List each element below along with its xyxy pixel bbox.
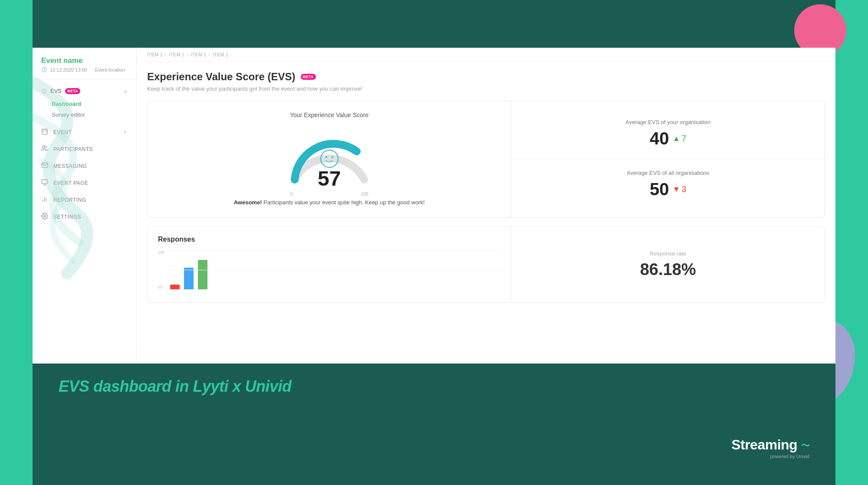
avg-all-change-num: 3	[681, 184, 686, 194]
event-label: EVENT	[53, 129, 72, 135]
gauge-label-min: 0	[290, 192, 293, 197]
arrow-down-icon: ▼	[672, 185, 680, 194]
page-title: Experience Value Score (EVS)	[147, 71, 296, 83]
arrow-up-icon: ▲	[672, 134, 680, 143]
messaging-label: MESSAGING	[53, 163, 87, 169]
breadcrumb-sep-1: /	[165, 52, 166, 57]
breadcrumb-item-2[interactable]: ITEM 1	[169, 52, 184, 57]
breadcrumb-item-4[interactable]: ITEM 1	[213, 52, 228, 57]
streaming-text: Streaming 〜	[731, 437, 809, 453]
settings-label: SETTINGS	[53, 214, 81, 220]
sidebar-header: Event name 🕐 12.12.2020 13:00 Event loca…	[33, 48, 136, 80]
score-message-bold: Awesome!	[234, 199, 262, 206]
sidebar-item-survey-editor[interactable]: Survey editor	[52, 109, 136, 120]
avg-all-change-down: ▼ 3	[672, 184, 686, 194]
event-icon	[41, 128, 48, 136]
gauge-title: Your Experience Value Score	[290, 111, 368, 118]
avg-all-value-row: 50 ▼ 3	[525, 180, 811, 199]
breadcrumb-item-3[interactable]: ITEM 1	[191, 52, 206, 57]
score-section: Your Experience Value Score	[147, 101, 825, 218]
bar-blue	[184, 268, 194, 289]
sidebar-item-reporting[interactable]: REPORTING	[33, 191, 136, 208]
settings-icon	[41, 213, 48, 221]
sidebar-item-settings[interactable]: SETTINGS	[33, 208, 136, 225]
reporting-label: REPORTING	[53, 197, 86, 203]
event-name: Event name	[41, 56, 128, 65]
rate-value: 86.18%	[640, 260, 696, 279]
event-page-label: EVENT PAGE	[53, 180, 89, 186]
avg-all-title: Average EVS of all organisations	[525, 170, 811, 176]
calendar-icon: 🕐	[41, 67, 47, 72]
evs-chevron-icon: ▲	[123, 88, 128, 93]
breadcrumb-item-1[interactable]: ITEM 1	[147, 52, 162, 57]
title-beta-badge: BETA	[301, 74, 316, 80]
rate-label: Response rate	[650, 250, 687, 257]
bar-chart-wrapper: 100 50	[158, 250, 500, 294]
messaging-icon	[41, 162, 48, 170]
event-location: Event location	[95, 67, 125, 72]
streaming-wave-icon: 〜	[801, 441, 810, 450]
breadcrumb-sep-3: /	[209, 52, 210, 57]
event-chevron-icon: ▼	[123, 130, 128, 134]
page-subtitle: Keep track of the value your participant…	[147, 85, 825, 92]
y-label-mid: 50	[158, 285, 164, 289]
evs-icon: ⊙	[41, 87, 47, 95]
event-date: 12.12.2020 13:00	[50, 67, 87, 72]
sidebar-item-evs[interactable]: ⊙ EVS BETA ▲	[33, 83, 136, 98]
score-comparisons: Average EVS of your organisation 40 ▲ 7 …	[511, 101, 825, 217]
sidebar-item-dashboard[interactable]: Dashboard	[52, 98, 136, 109]
avg-org-number: 40	[650, 129, 669, 148]
event-page-icon	[41, 179, 48, 187]
svg-rect-0	[42, 129, 47, 134]
dashboard-content: Experience Value Score (EVS) BETA Keep t…	[137, 62, 835, 364]
avg-all-comparison: Average EVS of all organisations 50 ▼ 3	[525, 170, 811, 199]
gauge-container: 57 0 100	[286, 125, 373, 195]
y-label-top: 100	[158, 250, 164, 255]
chart-title: Responses	[158, 236, 500, 243]
avg-org-value-row: 40 ▲ 7	[525, 129, 811, 148]
responses-section: Responses 100 50	[147, 226, 825, 303]
sidebar-item-event-page[interactable]: EVENT PAGE	[33, 174, 136, 191]
avg-all-number: 50	[650, 180, 669, 199]
score-message: Awesome! Participants value your event q…	[234, 198, 425, 207]
bar-red	[170, 285, 180, 289]
svg-point-13	[326, 156, 327, 158]
avg-org-change-up: ▲ 7	[672, 134, 686, 144]
chart-area: Responses 100 50	[148, 227, 511, 302]
app-window: Event name 🕐 12.12.2020 13:00 Event loca…	[33, 48, 835, 364]
rate-area: Response rate 86.18%	[511, 227, 825, 302]
sidebar-item-event[interactable]: EVENT ▼	[33, 124, 136, 141]
powered-by: powered by Univid	[770, 454, 810, 459]
evs-label: EVS	[50, 88, 62, 94]
bottom-title: EVS dashboard in Lyyti x Univid	[59, 377, 292, 396]
breadcrumb-sep-2: /	[187, 52, 188, 57]
gauge-score-value: 57	[318, 167, 341, 190]
event-meta: 🕐 12.12.2020 13:00 Event location	[41, 67, 128, 72]
top-bar	[33, 0, 835, 48]
svg-point-11	[44, 215, 46, 217]
avg-org-change-num: 7	[681, 134, 686, 144]
breadcrumb: ITEM 1 / ITEM 1 / ITEM 1 / ITEM 1	[137, 48, 835, 62]
avg-org-comparison: Average EVS of your organisation 40 ▲ 7	[525, 119, 811, 148]
bottom-bar: EVS dashboard in Lyyti x Univid Streamin…	[33, 364, 835, 485]
avg-org-title: Average EVS of your organisation	[525, 119, 811, 125]
svg-point-14	[332, 156, 333, 158]
main-content: ITEM 1 / ITEM 1 / ITEM 1 / ITEM 1 Experi…	[137, 48, 835, 364]
page-title-row: Experience Value Score (EVS) BETA	[147, 71, 825, 83]
reporting-icon	[41, 196, 48, 204]
gauge-label-max: 100	[361, 192, 368, 197]
score-message-text: Participants value your event quite high…	[262, 199, 424, 206]
sidebar-item-messaging[interactable]: MESSAGING	[33, 157, 136, 174]
svg-rect-5	[42, 180, 47, 184]
score-gauge-area: Your Experience Value Score	[148, 101, 511, 217]
participants-label: PARTICIPANTS	[53, 146, 93, 152]
streaming-logo: Streaming 〜 powered by Univid	[731, 437, 809, 459]
evs-sub-items: Dashboard Survey editor	[33, 98, 136, 120]
bar-green	[198, 260, 207, 289]
streaming-label: Streaming	[731, 437, 797, 452]
svg-point-4	[43, 146, 45, 148]
sidebar-nav: ⊙ EVS BETA ▲ Dashboard Survey editor EVE…	[33, 80, 136, 229]
sidebar-item-participants[interactable]: PARTICIPANTS	[33, 141, 136, 157]
sidebar: Event name 🕐 12.12.2020 13:00 Event loca…	[33, 48, 137, 364]
participants-icon	[41, 145, 48, 153]
